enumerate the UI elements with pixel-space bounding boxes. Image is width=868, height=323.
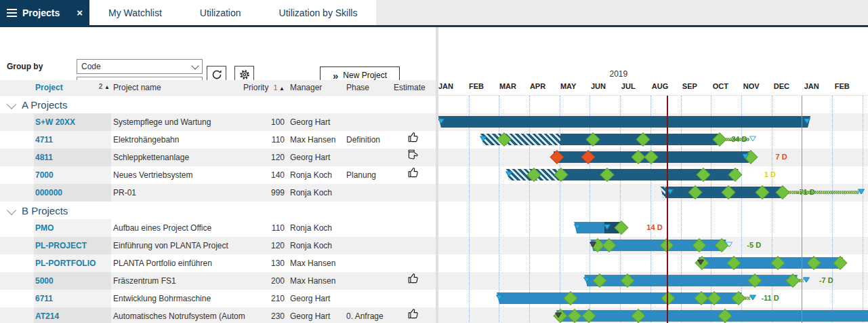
date-marker-triangle-icon: [741, 150, 749, 162]
header-manager[interactable]: Manager: [290, 83, 341, 92]
tab-projects-active[interactable]: Projects ×: [0, 0, 89, 25]
project-name: Aufbau eines Project Office: [111, 219, 245, 237]
gantt-row: -5 D: [436, 237, 868, 254]
project-code-link[interactable]: AT214: [34, 307, 111, 323]
group-header: A Projects: [0, 96, 436, 113]
table-row[interactable]: S+W 20XXSystempflege und Wartung100Georg…: [0, 113, 868, 131]
thumb-up-icon[interactable]: [407, 307, 419, 323]
row-cells: PL-PORTFOLIOPLANTA Portfolio einführen13…: [0, 254, 436, 272]
row-cells: PL-PROJECTEinführung von PLANTA Project1…: [0, 237, 436, 254]
project-code-link[interactable]: 7000: [34, 166, 111, 184]
row-cells: 4811Schleppkettenanlage120Georg Hart: [0, 149, 436, 166]
table-row[interactable]: PL-PORTFOLIOPLANTA Portfolio einführen13…: [0, 254, 868, 272]
table-row[interactable]: PL-PROJECTEinführung von PLANTA Project1…: [0, 237, 868, 254]
project-code-link[interactable]: 6711: [34, 290, 111, 307]
phase-value: Definition: [346, 131, 390, 149]
phase-value: Planung: [346, 166, 390, 184]
table-row[interactable]: 6711Entwicklung Bohrmaschine210Georg Har…: [0, 290, 868, 307]
project-code-link[interactable]: PL-PORTFOLIO: [34, 254, 111, 272]
sort-arrow-icon: ▲: [104, 84, 110, 90]
month-label: MAY: [560, 82, 576, 90]
estimate-cell: [394, 184, 433, 202]
thumb-up-icon[interactable]: [407, 166, 419, 185]
thumb-up-icon[interactable]: [407, 272, 419, 290]
table-row[interactable]: PMOAufbau eines Project Office110Ronja K…: [0, 219, 868, 237]
manager-name: Ronja Koch: [290, 219, 341, 237]
pane-splitter[interactable]: [436, 27, 438, 323]
group-label: B Projects: [22, 202, 68, 219]
project-code-link[interactable]: S+W 20XX: [34, 113, 111, 131]
project-code-link[interactable]: PL-PROJECT: [34, 237, 111, 254]
project-code-link[interactable]: 4811: [34, 149, 111, 166]
hamburger-menu-icon[interactable]: [7, 7, 17, 19]
group-header: B Projects: [0, 202, 436, 219]
gantt-bar[interactable]: [584, 275, 798, 286]
phase-value: [346, 149, 390, 166]
gantt-bar[interactable]: [438, 116, 810, 128]
priority-value: 200: [245, 272, 285, 290]
header-project-name[interactable]: Project name: [111, 83, 228, 92]
project-code-link[interactable]: 5000: [34, 272, 111, 290]
gantt-bar[interactable]: [556, 310, 868, 322]
deviation-label: 7 D: [775, 153, 787, 161]
project-name: PLANTA Portfolio einführen: [111, 254, 245, 272]
phase-value: [346, 237, 390, 254]
priority-value: 120: [245, 237, 285, 254]
priority-value: 100: [245, 113, 285, 131]
phase-value: [346, 219, 390, 237]
table-row[interactable]: 000000PR-01999Ronja Koch››››››››››››››››…: [0, 184, 868, 202]
manager-name: Max Hansen: [290, 272, 341, 290]
header-project[interactable]: Project 2 ▲: [34, 83, 111, 92]
chevron-down-icon[interactable]: [7, 206, 16, 215]
project-code-link[interactable]: PMO: [34, 219, 111, 237]
date-marker-triangle-icon: [803, 115, 811, 127]
date-marker-triangle-icon: [589, 238, 597, 250]
table-row[interactable]: 7000Neues Vertriebsystem140Ronja KochPla…: [0, 166, 868, 184]
header-priority[interactable]: Priority 1 ▲: [228, 83, 285, 92]
close-tab-icon[interactable]: ×: [77, 7, 83, 18]
project-code-link[interactable]: 4711: [34, 131, 111, 149]
header-phase[interactable]: Phase: [346, 83, 390, 92]
estimate-cell: [394, 149, 433, 166]
hatched-segment: [661, 187, 666, 198]
gantt-bar[interactable]: [480, 134, 720, 145]
group-by-select[interactable]: Code: [77, 59, 203, 74]
manager-name: Georg Hart: [290, 113, 341, 131]
priority-value: 110: [245, 219, 285, 237]
date-marker-triangle-icon: [697, 256, 705, 268]
table-row[interactable]: 4711Elektrohängebahn110Max HansenDefinit…: [0, 131, 868, 149]
table-row[interactable]: 5000Fräszentrum FS1200Max Hansen››››››››…: [0, 272, 868, 290]
date-marker-triangle-icon: [857, 185, 865, 197]
gantt-row: [436, 202, 868, 219]
toolbar: Group by Code Filter: [0, 27, 436, 80]
chevron-down-icon[interactable]: [7, 100, 16, 109]
tab-my-watchlist[interactable]: My Watchlist: [89, 0, 181, 25]
manager-name: Max Hansen: [290, 254, 341, 272]
thumb-up-icon[interactable]: [407, 131, 419, 149]
table-row[interactable]: 4811Schleppkettenanlage120Georg Hart7 D: [0, 149, 868, 166]
deviation-label: -34 D: [729, 135, 747, 143]
month-label: DEC: [774, 82, 789, 90]
new-project-label: New Project: [343, 71, 387, 80]
header-estimate[interactable]: Estimate: [394, 83, 433, 92]
project-code-link[interactable]: 000000: [34, 184, 111, 202]
project-name: Neues Vertriebsystem: [111, 166, 245, 184]
month-label: JAN: [438, 82, 453, 90]
date-marker-triangle-icon: [749, 291, 757, 303]
manager-name: Ronja Koch: [290, 184, 341, 202]
gantt-row: 7 D: [436, 149, 868, 166]
estimate-cell: [394, 237, 433, 254]
manager-name: Ronja Koch: [290, 166, 341, 184]
month-label: NOV: [743, 82, 760, 90]
estimate-cell: [394, 307, 433, 323]
table-row[interactable]: AT214Automatisches Notrufsystem (Automot…: [0, 307, 868, 323]
tab-utilization-by-skills[interactable]: Utilization by Skills: [260, 0, 377, 25]
date-marker-triangle-icon: [603, 221, 611, 233]
priority-value: 230: [245, 307, 285, 323]
tab-utilization[interactable]: Utilization: [181, 0, 260, 25]
date-marker-triangle-icon: [666, 185, 674, 197]
row-cells: 7000Neues Vertriebsystem140Ronja KochPla…: [0, 166, 436, 184]
project-name: Entwicklung Bohrmaschine: [111, 290, 245, 307]
thumb-right-icon[interactable]: [407, 149, 419, 167]
gantt-timeline-header: 2019 JANFEBMARAPRMAYJUNJULAUGSEPOCTNOVDE…: [436, 27, 868, 95]
